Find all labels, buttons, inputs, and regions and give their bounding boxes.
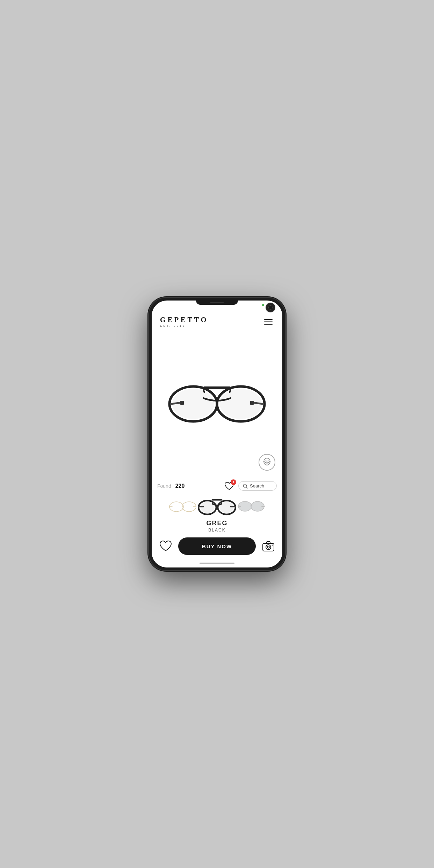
front-camera: [266, 303, 275, 312]
found-count: 220: [175, 483, 185, 489]
svg-point-4: [220, 389, 262, 419]
status-bar: [152, 301, 282, 313]
action-bar: BUY NOW: [152, 534, 282, 560]
glasses-carousel: [152, 494, 282, 518]
svg-rect-9: [180, 401, 184, 405]
hamburger-line-3: [264, 324, 273, 325]
brand-name: GEPETTO: [160, 316, 208, 324]
wishlist-button[interactable]: 1: [224, 482, 234, 491]
header: GEPETTO EST. 2013: [152, 313, 282, 329]
carousel-glasses-black: [198, 496, 236, 517]
carousel-item-right[interactable]: [237, 498, 265, 515]
main-glasses-image: [168, 377, 266, 429]
status-dot: [262, 304, 264, 306]
svg-point-17: [169, 502, 183, 512]
search-icon: [243, 484, 248, 489]
heart-outline-icon: [159, 540, 172, 552]
found-bar: Found 220 1 Search: [152, 478, 282, 494]
hamburger-button[interactable]: [263, 318, 274, 326]
notch: [196, 301, 238, 305]
search-bar[interactable]: Search: [238, 481, 277, 491]
carousel-glasses-grey: [237, 498, 265, 515]
bottom-panel: Found 220 1 Search: [152, 478, 282, 567]
notch-sensor: [210, 302, 224, 303]
wishlist-badge: 1: [231, 479, 236, 485]
screen: GEPETTO EST. 2013: [152, 301, 282, 567]
svg-point-13: [267, 461, 270, 463]
phone-shell: GEPETTO EST. 2013: [149, 298, 285, 570]
home-bar: [200, 563, 234, 564]
carousel-glasses-wireframe: [169, 498, 197, 515]
buy-now-button[interactable]: BUY NOW: [178, 537, 256, 555]
carousel-item-center[interactable]: [198, 496, 236, 517]
favorite-button[interactable]: [157, 538, 174, 555]
svg-point-34: [267, 546, 269, 548]
svg-rect-10: [250, 401, 254, 405]
tryon-button[interactable]: [259, 454, 275, 471]
camera-button[interactable]: [260, 538, 277, 555]
logo: GEPETTO EST. 2013: [160, 316, 208, 327]
main-glasses-area: [152, 329, 282, 478]
search-label: Search: [250, 483, 264, 489]
svg-point-12: [265, 461, 267, 463]
hamburger-line-1: [264, 319, 273, 320]
product-info: GREG BLACK: [152, 518, 282, 534]
hamburger-line-2: [264, 321, 273, 322]
found-label: Found: [157, 483, 171, 489]
svg-rect-21: [212, 499, 223, 500]
product-name: GREG: [152, 520, 282, 527]
product-color: BLACK: [152, 528, 282, 533]
home-indicator: [152, 560, 282, 567]
svg-point-18: [182, 502, 196, 512]
carousel-item-left[interactable]: [169, 498, 197, 515]
brand-tagline: EST. 2013: [160, 324, 208, 327]
svg-point-2: [172, 389, 214, 419]
face-tryon-icon: [262, 457, 272, 467]
svg-line-16: [246, 487, 248, 488]
app-content: GEPETTO EST. 2013: [152, 313, 282, 567]
camera-icon: [262, 540, 275, 552]
svg-point-35: [272, 545, 273, 546]
svg-point-33: [266, 545, 271, 550]
